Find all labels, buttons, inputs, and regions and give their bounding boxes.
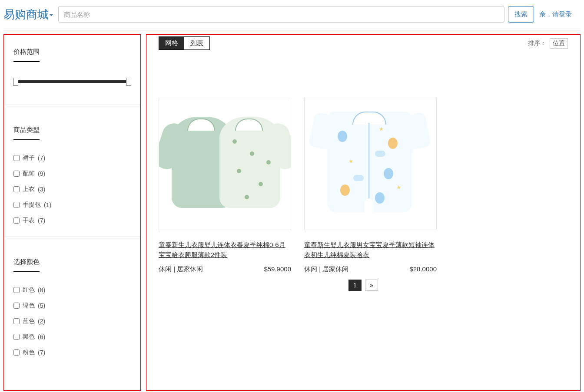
color-checkbox[interactable] — [13, 303, 20, 309]
type-item: 配饰 (9) — [13, 170, 131, 178]
type-item: 手提包 (1) — [13, 201, 131, 209]
color-label: 蓝色 — [23, 317, 35, 325]
product-image[interactable] — [304, 98, 437, 230]
login-link[interactable]: 亲，请登录 — [539, 10, 572, 19]
product-card: 童泰新生婴儿衣服男女宝宝夏季薄款短袖连体衣初生儿纯棉夏装哈衣 休闲 | 居家休闲… — [304, 98, 437, 273]
section-divider — [4, 105, 140, 105]
type-item: 上衣 (3) — [13, 185, 131, 193]
color-item: 蓝色 (2) — [13, 317, 131, 325]
site-logo[interactable]: 易购商城 — [3, 7, 53, 22]
page-1-button[interactable]: 1 — [348, 280, 362, 291]
product-type-title: 商品类型 — [13, 126, 40, 140]
product-title-link[interactable]: 童泰新生儿衣服婴儿连体衣春夏季纯棉0-6月宝宝哈衣爬服薄款2件装 — [159, 240, 291, 260]
caret-down-icon — [50, 14, 53, 16]
price-range-title: 价格范围 — [13, 48, 40, 62]
product-category: 休闲 | 居家休闲 — [304, 265, 348, 273]
color-label: 黑色 — [23, 333, 35, 341]
color-checkbox[interactable] — [13, 349, 20, 356]
color-checkbox[interactable] — [13, 287, 20, 293]
product-category: 休闲 | 居家休闲 — [159, 265, 203, 273]
type-count: (9) — [38, 170, 45, 177]
color-item: 绿色 (5) — [13, 302, 131, 310]
type-label: 裙子 — [23, 154, 35, 162]
color-checkbox[interactable] — [13, 318, 20, 324]
color-count: (5) — [38, 302, 45, 309]
color-item: 黑色 (6) — [13, 333, 131, 341]
type-filter-section: 商品类型 裙子 (7) 配饰 (9) 上衣 (3) 手提包 (1) 手表 (7) — [13, 126, 131, 237]
product-grid: 童泰新生儿衣服婴儿连体衣春夏季纯棉0-6月宝宝哈衣爬服薄款2件装 休闲 | 居家… — [159, 98, 568, 273]
color-label: 粉色 — [23, 349, 35, 356]
color-count: (7) — [38, 349, 45, 356]
sort-label: 排序： — [528, 40, 546, 47]
type-count: (7) — [38, 217, 45, 224]
price-slider-max-handle[interactable] — [126, 78, 131, 86]
product-meta: 休闲 | 居家休闲 $28.0000 — [304, 265, 437, 273]
search-input[interactable] — [58, 6, 504, 23]
list-view-tab[interactable]: 列表 — [184, 37, 209, 49]
view-mode-tabs: 网格 列表 — [159, 36, 210, 50]
type-label: 上衣 — [23, 185, 35, 193]
type-checkbox[interactable] — [13, 202, 20, 208]
type-checkbox[interactable] — [13, 155, 20, 161]
search-button[interactable]: 搜索 — [508, 6, 534, 23]
header-divider — [3, 30, 581, 31]
grid-view-tab[interactable]: 网格 — [159, 37, 184, 49]
color-checkbox-list: 红色 (8) 绿色 (5) 蓝色 (2) 黑色 (6) 粉色 (7) — [13, 286, 131, 356]
color-count: (6) — [38, 333, 45, 340]
price-slider-min-handle[interactable] — [13, 78, 18, 86]
type-label: 手表 — [23, 217, 35, 224]
color-label: 绿色 — [23, 302, 35, 310]
logo-text: 易购商城 — [3, 8, 49, 21]
type-item: 裙子 (7) — [13, 154, 131, 162]
sort-select[interactable]: 位置 — [550, 38, 568, 49]
price-slider[interactable] — [13, 80, 131, 83]
sort-control: 排序： 位置 — [528, 38, 568, 49]
product-card: 童泰新生儿衣服婴儿连体衣春夏季纯棉0-6月宝宝哈衣爬服薄款2件装 休闲 | 居家… — [159, 98, 291, 273]
color-title: 选择颜色 — [13, 258, 40, 272]
type-checkbox-list: 裙子 (7) 配饰 (9) 上衣 (3) 手提包 (1) 手表 (7) — [13, 154, 131, 224]
color-label: 红色 — [23, 286, 35, 294]
color-item: 粉色 (7) — [13, 349, 131, 356]
color-item: 红色 (8) — [13, 286, 131, 294]
listing-toolbar: 网格 列表 排序： 位置 — [159, 36, 568, 50]
color-count: (8) — [38, 287, 45, 293]
type-count: (7) — [38, 155, 45, 161]
product-price: $59.9000 — [264, 265, 291, 273]
pagination: 1 » — [159, 280, 568, 291]
product-listing: 网格 列表 排序： 位置 童泰新生儿衣服婴儿连体衣春夏季纯棉0 — [146, 34, 581, 391]
type-label: 手提包 — [23, 201, 41, 209]
product-image[interactable] — [159, 98, 291, 230]
section-divider — [4, 237, 140, 237]
type-count: (3) — [38, 186, 45, 193]
type-checkbox[interactable] — [13, 186, 20, 192]
type-count: (1) — [44, 201, 51, 208]
type-checkbox[interactable] — [13, 217, 20, 224]
type-label: 配饰 — [23, 170, 35, 178]
product-meta: 休闲 | 居家休闲 $59.9000 — [159, 265, 291, 273]
color-checkbox[interactable] — [13, 334, 20, 340]
type-item: 手表 (7) — [13, 217, 131, 224]
product-title-link[interactable]: 童泰新生婴儿衣服男女宝宝夏季薄款短袖连体衣初生儿纯棉夏装哈衣 — [304, 240, 437, 260]
color-filter-section: 选择颜色 红色 (8) 绿色 (5) 蓝色 (2) 黑色 (6) 粉色 (7) — [13, 258, 131, 356]
color-count: (2) — [38, 318, 45, 325]
type-checkbox[interactable] — [13, 171, 20, 177]
filter-sidebar: 价格范围 商品类型 裙子 (7) 配饰 (9) 上衣 (3) 手提包 (1) 手… — [3, 34, 141, 391]
page-next-button[interactable]: » — [365, 280, 378, 291]
product-price: $28.0000 — [409, 265, 437, 273]
price-filter-section: 价格范围 — [13, 48, 131, 105]
